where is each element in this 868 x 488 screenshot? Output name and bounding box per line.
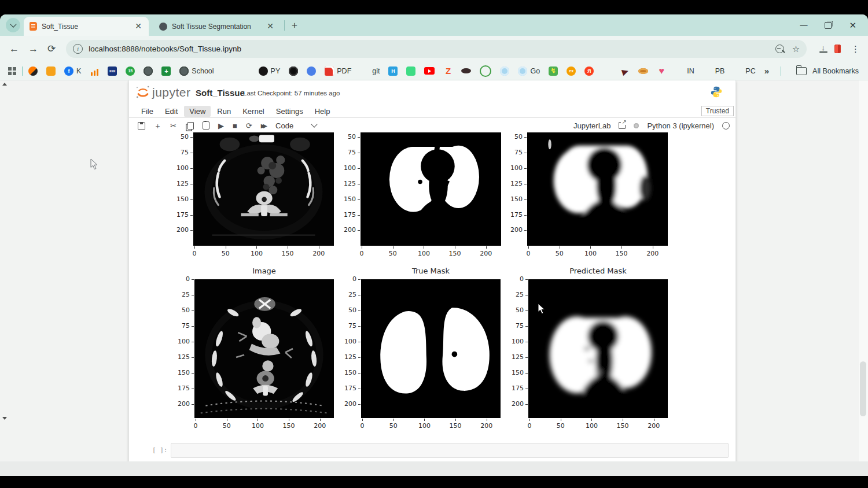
- plot-true-mask-row1: 5075100125150175200050100150200: [361, 132, 501, 246]
- bookmark-item[interactable]: 15: [126, 66, 135, 76]
- bookmark-item[interactable]: [144, 66, 153, 76]
- bookmark-label: PB: [715, 67, 725, 75]
- scrollbar[interactable]: [859, 80, 868, 476]
- notebook-title[interactable]: Soft_Tissue: [196, 88, 245, 98]
- bookmark-item[interactable]: G: [602, 66, 612, 76]
- browser-menu-icon[interactable]: ⋮: [851, 44, 860, 54]
- lung-true-mask: [361, 279, 501, 418]
- tab-close-icon[interactable]: ✕: [134, 22, 143, 31]
- menu-file[interactable]: File: [136, 106, 159, 117]
- run-icon[interactable]: ▶: [218, 122, 224, 130]
- cut-icon[interactable]: ✂: [170, 122, 176, 130]
- save-icon[interactable]: [138, 122, 145, 130]
- bookmark-item[interactable]: Z: [443, 66, 453, 76]
- bookmark-item[interactable]: ♥: [657, 66, 666, 76]
- menu-kernel[interactable]: Kernel: [237, 106, 270, 117]
- y-axis-tick-mark: [192, 295, 194, 295]
- reload-button[interactable]: ⟳: [47, 43, 56, 55]
- menu-settings[interactable]: Settings: [271, 106, 308, 117]
- bookmarks-overflow-icon[interactable]: »: [764, 66, 769, 76]
- g-icon: G: [703, 66, 712, 76]
- bookmark-item[interactable]: [500, 66, 509, 76]
- chevron-down-icon[interactable]: [311, 121, 317, 127]
- address-bar[interactable]: i localhost:8888/notebooks/Soft_Tissue.i…: [66, 40, 807, 58]
- bookmark-item[interactable]: G: [223, 66, 232, 76]
- jupyterlab-link[interactable]: JupyterLab: [573, 121, 610, 130]
- menu-help[interactable]: Help: [310, 106, 336, 117]
- insert-cell-icon[interactable]: ＋: [154, 122, 161, 130]
- bookmark-item[interactable]: G: [241, 66, 250, 76]
- copy-icon[interactable]: [187, 122, 194, 130]
- bookmark-item[interactable]: School: [179, 66, 214, 76]
- back-button[interactable]: ←: [9, 43, 19, 55]
- bookmark-item[interactable]: fK: [64, 66, 81, 76]
- downloads-icon[interactable]: [819, 45, 823, 53]
- bookmark-item[interactable]: [406, 66, 415, 76]
- tab-close-icon[interactable]: ✕: [266, 22, 275, 31]
- trusted-badge[interactable]: Trusted: [701, 106, 734, 116]
- menu-run[interactable]: Run: [212, 106, 236, 117]
- bookmark-item[interactable]: [28, 66, 38, 76]
- bookmark-star-icon[interactable]: ☆: [792, 44, 800, 54]
- bookmark-item[interactable]: Ggit: [360, 66, 380, 76]
- bookmark-item[interactable]: H: [388, 66, 398, 76]
- bookmark-item[interactable]: [46, 66, 56, 76]
- bookmarks-separator: [22, 66, 23, 76]
- bookmark-item[interactable]: GPB: [703, 66, 725, 76]
- forward-button[interactable]: →: [28, 43, 38, 55]
- close-button[interactable]: ✕: [849, 20, 856, 31]
- x-axis-tick-label: 100: [580, 250, 600, 257]
- jupyter-brand[interactable]: jupyter: [152, 86, 191, 99]
- bookmark-item[interactable]: +: [161, 66, 171, 76]
- bookmark-item[interactable]: EEE: [108, 66, 117, 76]
- x-axis-tick-label: 200: [644, 422, 664, 430]
- cell-type-dropdown[interactable]: Code: [275, 121, 293, 130]
- plot-true-mask-row2: 0255075100125150175200050100150200True M…: [361, 279, 501, 418]
- scroll-down-arrow[interactable]: [2, 417, 7, 420]
- checkpoint-status: Last Checkpoint: 57 minutes ago: [243, 90, 340, 97]
- bookmark-item[interactable]: [90, 66, 99, 76]
- all-bookmarks-button[interactable]: All Bookmarks: [812, 67, 859, 75]
- stop-icon[interactable]: ■: [233, 122, 237, 130]
- menu-edit[interactable]: Edit: [160, 106, 183, 117]
- url-text[interactable]: localhost:8888/notebooks/Soft_Tissue.ipy…: [89, 45, 775, 53]
- tab-soft-tissue-segmentation[interactable]: Soft Tissue Segmentation ✕: [153, 17, 281, 36]
- zoom-out-icon[interactable]: [775, 45, 784, 53]
- bookmark-item[interactable]: ex: [567, 66, 576, 76]
- bookmark-item[interactable]: [307, 66, 316, 76]
- extension-icon[interactable]: [834, 45, 841, 53]
- empty-code-cell[interactable]: [171, 443, 729, 458]
- bookmark-item[interactable]: PDF: [325, 66, 351, 76]
- restart-kernel-icon[interactable]: ⟳: [246, 122, 252, 130]
- bookmark-item[interactable]: ▶: [620, 66, 630, 76]
- scroll-up-arrow[interactable]: [2, 83, 7, 86]
- apps-grid-icon[interactable]: [8, 67, 16, 75]
- paste-icon[interactable]: [203, 121, 209, 130]
- site-info-icon[interactable]: i: [73, 44, 83, 54]
- tab-soft-tissue[interactable]: Soft_Tissue ✕: [24, 17, 149, 36]
- bookmark-item[interactable]: ↯: [549, 66, 558, 76]
- tab-search-button[interactable]: [6, 18, 20, 32]
- bookmark-item[interactable]: [424, 67, 435, 75]
- bookmark-item[interactable]: GPC: [733, 66, 755, 76]
- bookmark-item[interactable]: Я: [584, 66, 594, 76]
- bookmark-item[interactable]: [638, 68, 648, 74]
- run-all-icon[interactable]: ▶▶: [261, 122, 265, 130]
- bookmark-item[interactable]: Go: [518, 66, 540, 76]
- bookmark-item[interactable]: [461, 68, 471, 73]
- external-link-icon[interactable]: [619, 122, 626, 129]
- kernel-name[interactable]: Python 3 (ipykernel): [647, 121, 714, 130]
- menu-view[interactable]: View: [184, 106, 211, 117]
- kernel-status-icon[interactable]: [722, 122, 730, 130]
- bookmark-item[interactable]: [289, 66, 298, 76]
- restore-button[interactable]: [825, 22, 832, 29]
- bookmark-item[interactable]: PY: [259, 66, 281, 76]
- scrollbar-thumb[interactable]: [860, 361, 866, 416]
- new-tab-button[interactable]: +: [288, 20, 301, 31]
- minimize-button[interactable]: —: [800, 21, 807, 29]
- bookmark-item[interactable]: GIN: [675, 66, 694, 76]
- bookmark-item[interactable]: [480, 65, 491, 77]
- notification-dot-icon[interactable]: [634, 123, 639, 128]
- y-axis-tick-mark: [192, 373, 194, 374]
- x-axis-tick-label: 0: [352, 422, 372, 430]
